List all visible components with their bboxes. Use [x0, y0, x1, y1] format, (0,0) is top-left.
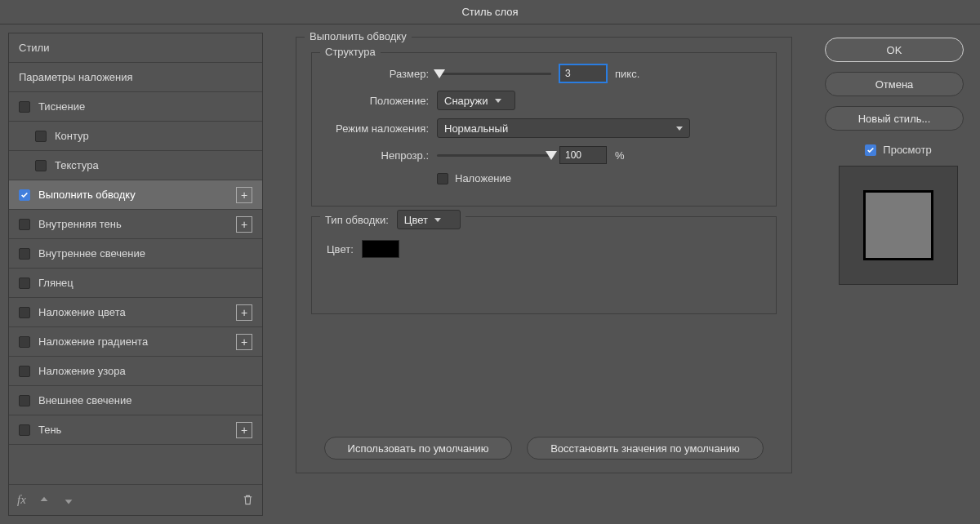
- effect-label: Внешнее свечение: [38, 394, 252, 406]
- new-style-button[interactable]: Новый стиль...: [825, 106, 964, 131]
- effects-list: Стили Параметры наложения ТиснениеКонтур…: [9, 33, 262, 484]
- sidebar-item-ishadow[interactable]: Внутренняя тень+: [9, 210, 262, 239]
- effect-label: Наложение градиента: [38, 335, 236, 348]
- sidebar-item-grad[interactable]: Наложение градиента+: [9, 327, 262, 357]
- sidebar-item-texture[interactable]: Текстура: [9, 151, 262, 180]
- dialog-title: Стиль слоя: [461, 6, 518, 18]
- effect-checkbox-dshadow[interactable]: [19, 424, 30, 436]
- effect-label: Глянец: [38, 277, 252, 289]
- filltype-select[interactable]: Цвет: [397, 210, 461, 229]
- sidebar-item-bevel[interactable]: Тиснение: [9, 92, 262, 122]
- add-instance-icon[interactable]: +: [236, 334, 252, 350]
- effect-label: Внутреннее свечение: [38, 247, 252, 260]
- filltype-label: Тип обводки:: [325, 214, 389, 226]
- effect-checkbox-pattern[interactable]: [19, 366, 30, 377]
- structure-group: Структура Размер: пикс. Положение: Снару…: [311, 52, 777, 206]
- blendmode-select[interactable]: Нормальный: [437, 118, 690, 138]
- blendmode-label: Режим наложения:: [327, 122, 429, 135]
- stroke-group: Выполнить обводку Структура Размер: пикс…: [296, 37, 792, 473]
- dialog-buttons: OK Отмена Новый стиль... Просмотр: [825, 33, 972, 516]
- opacity-slider[interactable]: [437, 149, 551, 162]
- size-label: Размер:: [327, 68, 429, 80]
- sidebar-item-oglow[interactable]: Внешнее свечение: [9, 386, 262, 415]
- effect-checkbox-satin[interactable]: [19, 278, 30, 289]
- dialog-titlebar: Стиль слоя: [0, 0, 980, 24]
- effect-checkbox-grad[interactable]: [19, 336, 30, 348]
- add-instance-icon[interactable]: +: [236, 187, 252, 203]
- cancel-button[interactable]: Отмена: [825, 72, 964, 96]
- add-instance-icon[interactable]: +: [236, 304, 252, 321]
- preview-checkbox[interactable]: Просмотр: [825, 144, 972, 156]
- ok-button[interactable]: OK: [825, 38, 964, 62]
- sidebar-item-dshadow[interactable]: Тень+: [9, 415, 262, 445]
- sidebar-item-pattern[interactable]: Наложение узора: [9, 357, 262, 386]
- opacity-input[interactable]: [559, 146, 607, 164]
- size-unit: пикс.: [615, 68, 639, 80]
- sidebar-item-satin[interactable]: Глянец: [9, 269, 262, 298]
- effect-checkbox-contour[interactable]: [35, 131, 47, 142]
- group-legend-structure: Структура: [320, 46, 381, 58]
- effect-label: Наложение цвета: [38, 306, 236, 318]
- effect-checkbox-ishadow[interactable]: [19, 219, 30, 230]
- group-legend-stroke: Выполнить обводку: [305, 30, 412, 42]
- settings-panel: Выполнить обводку Структура Размер: пикс…: [296, 33, 792, 516]
- add-instance-icon[interactable]: +: [236, 422, 252, 438]
- preview-thumbnail: [839, 166, 958, 285]
- size-input[interactable]: [559, 64, 607, 82]
- color-label: Цвет:: [327, 243, 354, 255]
- sidebar-item-contour[interactable]: Контур: [9, 122, 262, 151]
- make-default-button[interactable]: Использовать по умолчанию: [324, 437, 512, 460]
- effect-checkbox-stroke[interactable]: [19, 189, 30, 201]
- effect-label: Тень: [38, 424, 236, 436]
- trash-icon[interactable]: [241, 494, 254, 507]
- chevron-down-icon: [495, 99, 501, 103]
- opacity-unit: %: [615, 149, 625, 162]
- effect-label: Контур: [55, 130, 252, 142]
- chevron-down-icon: [434, 218, 441, 222]
- preview-thumbnail-inner: [863, 190, 933, 260]
- overprint-checkbox[interactable]: Наложение: [437, 172, 511, 184]
- sidebar-item-iglow[interactable]: Внутреннее свечение: [9, 239, 262, 269]
- effect-checkbox-oglow[interactable]: [19, 395, 30, 406]
- sidebar-item-styles[interactable]: Стили: [9, 33, 262, 63]
- fx-menu-icon[interactable]: fx: [17, 493, 26, 507]
- effect-label: Наложение узора: [38, 365, 252, 377]
- effect-label: Тиснение: [38, 100, 252, 113]
- sidebar-item-stroke[interactable]: Выполнить обводку+: [9, 180, 262, 210]
- effect-checkbox-iglow[interactable]: [19, 248, 30, 260]
- effect-label: Выполнить обводку: [38, 189, 236, 201]
- effect-label: Текстура: [55, 159, 252, 171]
- effect-checkbox-texture[interactable]: [35, 160, 47, 171]
- reset-default-button[interactable]: Восстановить значения по умолчанию: [527, 437, 764, 460]
- chevron-down-icon: [676, 127, 683, 131]
- position-select[interactable]: Снаружи: [437, 91, 515, 110]
- sidebar-item-blending[interactable]: Параметры наложения: [9, 63, 262, 92]
- opacity-label: Непрозр.:: [327, 149, 429, 162]
- color-swatch[interactable]: [362, 240, 399, 258]
- sidebar-item-color[interactable]: Наложение цвета+: [9, 298, 262, 327]
- move-down-icon[interactable]: [62, 494, 75, 507]
- position-label: Положение:: [327, 95, 429, 107]
- effect-checkbox-color[interactable]: [19, 307, 30, 318]
- effect-label: Внутренняя тень: [38, 218, 236, 230]
- effects-sidebar: Стили Параметры наложения ТиснениеКонтур…: [8, 33, 263, 516]
- add-instance-icon[interactable]: +: [236, 216, 252, 233]
- filltype-group: Тип обводки: Цвет Цвет:: [311, 216, 777, 314]
- sidebar-footer: fx: [9, 484, 262, 515]
- move-up-icon[interactable]: [38, 494, 51, 507]
- size-slider[interactable]: [437, 67, 551, 80]
- effect-checkbox-bevel[interactable]: [19, 101, 30, 113]
